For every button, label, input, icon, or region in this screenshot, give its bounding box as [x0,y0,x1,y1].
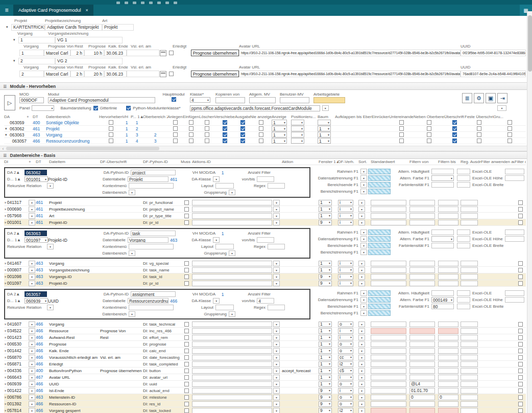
datenbereiche-section-header[interactable]: ≣ Datenbereiche - Basis [0,151,532,159]
neben-oberbereich-checkbox[interactable] [427,139,431,143]
projekt-cell[interactable]: KARTENTRICKS [11,24,45,31]
df-verhalten-dropdown[interactable]: o▾ [338,322,353,327]
kontextmenu-field[interactable] [129,305,174,310]
muss-checkbox[interactable] [184,349,189,353]
aktions-id-field[interactable] [192,200,272,205]
hervorheben-checkbox[interactable] [109,126,113,131]
sort-dropdown[interactable]: ▾ [358,408,365,413]
di-dropdown[interactable]: ▾ [29,395,35,400]
filter-deaktiviert-checkbox[interactable] [518,408,523,413]
di-dropdown[interactable]: ▾ [29,401,35,407]
filter-deaktiviert-checkbox[interactable] [518,355,523,360]
anzahl-filter-field[interactable]: 4 [257,298,274,304]
reg-ausdruck-field[interactable] [461,395,478,400]
reg-ausdruck-field[interactable] [461,213,478,219]
expand-icon[interactable]: › [5,268,6,272]
reg-ausdruck-field[interactable] [461,341,478,347]
prognose-uebernehmen-button[interactable]: Prognose übernehmen [191,71,239,77]
muss-checkbox[interactable] [184,382,189,386]
di-dropdown[interactable]: ▾ [29,328,35,334]
df-verhalten-dropdown[interactable]: i▾ [338,200,353,205]
filtern-von-field[interactable] [409,200,435,205]
verschieben-checkbox[interactable] [223,120,227,125]
filtern-bis-field[interactable] [438,281,458,286]
gruppierung-checkbox[interactable] [507,139,512,143]
gitterlinie-checkbox[interactable] [93,106,98,110]
excel-ole-hoehe-field[interactable] [457,236,470,242]
standardwert-field[interactable] [371,281,406,286]
sort-dropdown[interactable]: ▾ [358,401,365,407]
gruppierung-dropdown[interactable]: ▾ [229,250,235,256]
filtern-bis-field[interactable] [438,355,458,360]
filtern-von-field[interactable] [409,348,435,354]
verschieben-checkbox[interactable] [223,126,227,131]
expand-icon[interactable]: › [5,261,6,266]
bereichstrennung-dropdown[interactable]: ▾ [360,310,367,316]
einfuegen-checkbox[interactable] [189,120,194,125]
python-modulunterklasse-field[interactable]: ppms.office.adaptivecards.cards.forecast… [190,105,320,111]
di-dropdown[interactable]: ▾ [29,274,35,280]
run-module-button[interactable]: ▷ [4,95,15,110]
bereichstrennung-dropdown[interactable]: ▾ [360,249,367,255]
filtern-bis-field[interactable] [438,361,458,367]
altern-farbe-dropdown[interactable]: ▾ [431,236,454,242]
anlegen-checkbox[interactable] [173,120,178,125]
df-verhalten-dropdown[interactable]: i▾ [338,335,353,340]
datensatztrennung-dropdown[interactable]: ▾ [360,236,367,242]
filtern-bis-field[interactable] [438,381,458,387]
expand-icon[interactable]: › [5,274,6,279]
aktions-id-field[interactable] [192,220,272,225]
standardwert-field[interactable] [371,408,406,413]
di-dropdown[interactable]: ▾ [29,261,35,266]
datensatztrennung-color-field[interactable] [368,175,391,181]
filtern-von-field[interactable] [409,368,435,374]
sort-dropdown[interactable]: ▾ [358,220,365,225]
fenster-dropdown[interactable]: 1▾ [319,368,332,374]
muss-checkbox[interactable] [184,281,189,286]
fenster-dropdown[interactable]: 1▾ [319,267,332,273]
anlegen-checkbox[interactable] [173,139,178,143]
ausgabe-checkbox[interactable] [240,120,245,125]
anzeige-dropdown[interactable]: 1▾ [272,132,287,137]
untereinander-checkbox[interactable] [399,126,404,131]
altern-haeufigkeit-field[interactable] [431,290,454,296]
filtern-bis-field[interactable] [438,322,458,327]
aktions-id-field[interactable] [192,274,272,280]
aktions-id-field[interactable] [192,261,272,266]
expand-icon[interactable]: › [5,369,6,373]
di-dropdown[interactable]: ▾ [29,322,35,327]
fenster-dropdown[interactable]: 9▾ [319,408,332,413]
di-dropdown[interactable]: ▾ [29,368,35,374]
collapse-icon[interactable]: ▾ [13,59,18,63]
standardwert-field[interactable] [371,335,406,340]
aktions-id-dropdown[interactable]: ▾ [273,200,280,205]
positionierung-dropdown[interactable]: ▾ [291,132,304,137]
df-verhalten-dropdown[interactable]: i▾ [338,213,353,219]
gruppierung-checkbox[interactable] [507,132,512,137]
filtern-bis-field[interactable] [438,401,458,407]
settings-button[interactable]: ⚙ [474,93,484,103]
muss-checkbox[interactable] [184,395,189,400]
filtern-bis-field[interactable] [438,328,458,334]
di-dropdown[interactable]: ▾ [29,220,35,225]
expand-icon[interactable]: › [5,395,6,400]
filtern-von-field[interactable] [409,213,435,219]
altern-farbe-dropdown[interactable]: 000149▾ [431,297,454,303]
aktions-id-field[interactable] [192,381,272,387]
ausgabe-checkbox[interactable] [240,139,245,143]
sort-dropdown[interactable]: ▾ [358,341,365,347]
fenster-dropdown[interactable]: 9▾ [319,274,332,280]
filtern-bis-field[interactable] [438,335,458,340]
einfuegen-checkbox[interactable] [189,132,194,137]
toolbar-icon[interactable] [174,2,177,4]
muss-checkbox[interactable] [184,207,189,212]
filtern-bis-field[interactable] [438,200,458,205]
filter-deaktiviert-checkbox[interactable] [518,388,523,393]
filtern-von-field[interactable] [409,261,435,266]
feste-ueberschrift-checkbox[interactable] [477,126,481,131]
prognose-uebernehmen-button[interactable]: Prognose übernehmen [191,50,239,56]
muss-checkbox[interactable] [184,369,189,373]
fenster-dropdown[interactable]: 9▾ [319,388,332,394]
di-dropdown[interactable]: ▾ [29,267,35,273]
rahmen-dropdown[interactable]: ▾ [360,169,367,174]
